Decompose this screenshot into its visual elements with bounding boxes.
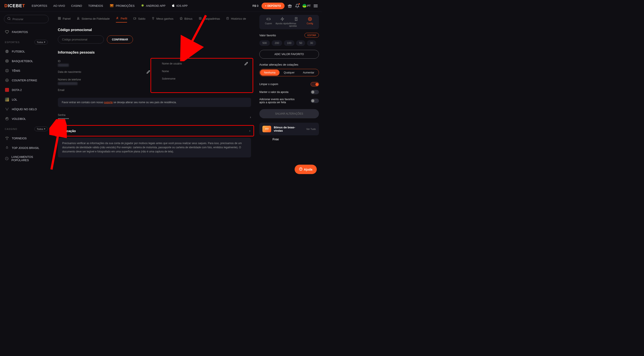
help-button[interactable]: Ajuda xyxy=(294,165,317,174)
gift-icon[interactable] xyxy=(288,4,292,8)
chip-100[interactable]: 100 xyxy=(284,40,294,46)
trophy-icon xyxy=(152,17,155,20)
nav-torneios[interactable]: TORNEIOS xyxy=(88,4,103,7)
loyalty-icon xyxy=(77,17,80,20)
balance-display: R$ 0 xyxy=(252,4,258,7)
hockey-icon xyxy=(5,107,9,111)
rb-tab-aposta[interactable]: Aposta rápida xyxy=(275,17,289,27)
tab-fidelidade[interactable]: Sistema de Fidelidade xyxy=(77,15,110,22)
basketball-icon xyxy=(5,59,9,63)
nav-ios[interactable]: IOS APP xyxy=(172,3,188,8)
notification-icon[interactable] xyxy=(295,4,300,8)
chip-200[interactable]: 200 xyxy=(272,40,282,46)
sidebar-tenis[interactable]: TÊNIS xyxy=(4,66,49,75)
tab-historico[interactable]: Histórico de xyxy=(226,15,246,22)
label-dob: Data de nascimento xyxy=(58,70,81,73)
tab-perfil[interactable]: Perfil xyxy=(116,15,127,22)
scratch-icon xyxy=(199,17,202,20)
rb-tab-minhas[interactable]: Minhas apostas xyxy=(289,17,303,27)
deposit-button[interactable]: + DEPÓSITO xyxy=(262,3,284,9)
value-password: ********** xyxy=(58,117,69,121)
lol-icon xyxy=(5,97,9,102)
chip-50[interactable]: 50 xyxy=(296,40,305,46)
confirm-button[interactable]: CONFIRMAR xyxy=(107,35,133,43)
rb-tab-config[interactable]: Config xyxy=(303,17,317,27)
value-phone xyxy=(58,82,78,85)
toggle-keep[interactable] xyxy=(310,90,319,94)
menu-icon[interactable] xyxy=(314,4,318,7)
caret-down-icon: ▾ xyxy=(44,41,45,43)
tab-raspadinhas[interactable]: Raspadinhas xyxy=(199,15,220,22)
sidebar-counterstrike[interactable]: COUNTER-STRIKE xyxy=(4,75,49,85)
chip-500[interactable]: 500 xyxy=(259,40,270,46)
logo[interactable]: DICEBET xyxy=(4,3,25,8)
tab-saldo[interactable]: Saldo xyxy=(133,15,145,22)
svg-rect-19 xyxy=(58,17,59,18)
password-row[interactable]: Senha ********** › xyxy=(58,110,251,124)
svg-rect-21 xyxy=(58,18,59,19)
bonus-vertudo[interactable]: Ver Tudo xyxy=(306,128,316,130)
svg-point-2 xyxy=(111,5,112,6)
nav-esportes[interactable]: ESPORTES xyxy=(32,4,47,7)
support-link[interactable]: suporte xyxy=(104,101,113,104)
wallet-icon xyxy=(133,17,136,20)
seg-aumentar[interactable]: Aumentar xyxy=(299,70,318,76)
nav-casino[interactable]: CASINO xyxy=(71,4,82,7)
tab-bonus[interactable]: Bônus xyxy=(180,15,192,22)
svg-rect-20 xyxy=(60,17,60,18)
chip-30[interactable]: 30 xyxy=(307,40,316,46)
cs-icon xyxy=(5,78,9,82)
volleyball-icon xyxy=(5,117,9,121)
bonus-card[interactable]: 777 Bônus de boas-vindas Ver Tudo xyxy=(259,123,319,135)
annotation-highlight-verification: Verificação › xyxy=(55,125,254,137)
filter-todos-esportes[interactable]: Todos ▾ xyxy=(34,40,48,44)
trophy-icon xyxy=(5,136,9,140)
sidebar-topjogos[interactable]: TOP JOGOS BRASIL xyxy=(4,143,49,153)
label-password: Senha xyxy=(58,114,69,117)
toggle-clear[interactable] xyxy=(310,82,319,86)
nav-promocoes[interactable]: PROMOÇÕES xyxy=(109,3,134,9)
sidebar-lol[interactable]: LOL xyxy=(4,95,49,104)
verification-row[interactable]: Verificação › xyxy=(58,128,250,134)
chevron-right-icon: › xyxy=(249,129,250,133)
sidebar-favorites[interactable]: FAVORITOS xyxy=(4,27,49,37)
dota-icon xyxy=(5,88,9,92)
edit-dob-icon[interactable] xyxy=(146,70,150,75)
search-input[interactable] xyxy=(12,17,49,21)
svg-point-41 xyxy=(301,170,301,170)
svg-rect-25 xyxy=(134,18,136,19)
tab-ganhos[interactable]: Meus ganhos xyxy=(152,15,174,22)
sidebar-hoquei[interactable]: HÓQUEI NO GELO xyxy=(4,104,49,114)
sidebar-lancamentos[interactable]: LANÇAMENTOS POPULARES xyxy=(4,153,49,165)
search-box[interactable] xyxy=(4,15,49,23)
toggle-addfav[interactable] xyxy=(310,99,319,103)
nav-aovivo[interactable]: AO VIVO xyxy=(53,4,65,7)
chevron-right-icon: › xyxy=(250,115,251,119)
seg-qualquer[interactable]: Qualquer xyxy=(280,70,299,76)
plus-icon: + xyxy=(265,4,266,7)
section-esportes: ESPORTES xyxy=(5,41,20,43)
annotation-highlight-username xyxy=(150,58,253,93)
nav-android[interactable]: ANDROID APP xyxy=(141,3,166,8)
language-selector[interactable]: PT xyxy=(302,4,310,8)
edit-fav-button[interactable]: EDITAR xyxy=(304,33,319,38)
heart-icon xyxy=(5,30,9,34)
save-button[interactable]: SALVAR ALTERAÇÕES xyxy=(259,109,319,118)
user-icon xyxy=(116,17,119,20)
add-fav-button[interactable]: ADIC VALOR FAVORITO xyxy=(259,50,319,59)
tab-painel[interactable]: Painel xyxy=(58,15,70,22)
seg-nenhuma[interactable]: Nenhuma xyxy=(260,70,280,76)
sidebar-voleibol[interactable]: VOLEIBOL xyxy=(4,114,49,124)
sidebar-dota2[interactable]: DOTA 2 xyxy=(4,85,49,95)
svg-point-35 xyxy=(309,18,310,20)
label-id: ID xyxy=(58,60,150,63)
promo-input[interactable] xyxy=(58,35,104,43)
svg-rect-22 xyxy=(60,18,60,19)
sidebar-futebol[interactable]: FUTEBOL xyxy=(4,47,49,56)
flag-icon xyxy=(302,4,306,8)
filter-todos-cassino[interactable]: Todos ▾ xyxy=(34,127,48,131)
sidebar-basquetebol[interactable]: BASQUETEBOL xyxy=(4,56,49,66)
rb-tab-cupom[interactable]: Cupom xyxy=(262,17,275,27)
toggle-addfav-label: Adicionar evento aos favoritos após a ap… xyxy=(259,98,299,104)
sidebar-torneios[interactable]: TORNEIOS xyxy=(4,133,49,143)
